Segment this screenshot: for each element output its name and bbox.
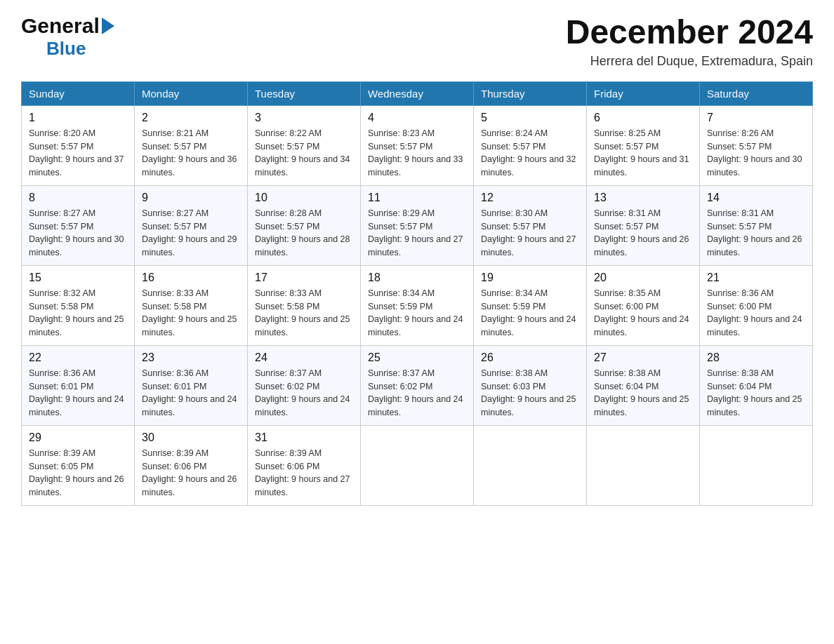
day-of-week-header: Tuesday xyxy=(248,81,361,105)
day-info: Sunrise: 8:33 AM Sunset: 5:58 PM Dayligh… xyxy=(142,287,240,340)
calendar-day-cell: 9 Sunrise: 8:27 AM Sunset: 5:57 PM Dayli… xyxy=(135,185,248,265)
calendar-week-row: 15 Sunrise: 8:32 AM Sunset: 5:58 PM Dayl… xyxy=(22,265,813,345)
day-number: 25 xyxy=(368,351,466,364)
day-number: 29 xyxy=(29,431,127,444)
calendar-day-cell: 20 Sunrise: 8:35 AM Sunset: 6:00 PM Dayl… xyxy=(587,265,700,345)
calendar-day-cell: 1 Sunrise: 8:20 AM Sunset: 5:57 PM Dayli… xyxy=(22,105,135,185)
calendar-day-cell: 17 Sunrise: 8:33 AM Sunset: 5:58 PM Dayl… xyxy=(248,265,361,345)
calendar-day-cell xyxy=(361,425,474,505)
day-info: Sunrise: 8:39 AM Sunset: 6:06 PM Dayligh… xyxy=(142,447,240,499)
calendar-day-cell: 14 Sunrise: 8:31 AM Sunset: 5:57 PM Dayl… xyxy=(700,185,813,265)
day-info: Sunrise: 8:26 AM Sunset: 5:57 PM Dayligh… xyxy=(707,127,805,180)
calendar-day-cell xyxy=(700,425,813,505)
day-number: 31 xyxy=(255,431,353,444)
calendar-day-cell: 30 Sunrise: 8:39 AM Sunset: 6:06 PM Dayl… xyxy=(135,425,248,505)
day-info: Sunrise: 8:21 AM Sunset: 5:57 PM Dayligh… xyxy=(142,127,240,180)
day-info: Sunrise: 8:31 AM Sunset: 5:57 PM Dayligh… xyxy=(594,207,692,260)
day-info: Sunrise: 8:39 AM Sunset: 6:05 PM Dayligh… xyxy=(29,447,127,499)
calendar-day-cell: 29 Sunrise: 8:39 AM Sunset: 6:05 PM Dayl… xyxy=(22,425,135,505)
calendar-day-cell: 4 Sunrise: 8:23 AM Sunset: 5:57 PM Dayli… xyxy=(361,105,474,185)
day-info: Sunrise: 8:36 AM Sunset: 6:00 PM Dayligh… xyxy=(707,287,805,340)
logo-blue-text: Blue xyxy=(46,38,86,59)
calendar-day-cell xyxy=(587,425,700,505)
calendar-day-cell: 5 Sunrise: 8:24 AM Sunset: 5:57 PM Dayli… xyxy=(474,105,587,185)
day-number: 22 xyxy=(29,351,127,364)
calendar-day-cell: 21 Sunrise: 8:36 AM Sunset: 6:00 PM Dayl… xyxy=(700,265,813,345)
day-number: 20 xyxy=(594,271,692,284)
day-of-week-header: Thursday xyxy=(474,81,587,105)
day-info: Sunrise: 8:25 AM Sunset: 5:57 PM Dayligh… xyxy=(594,127,692,180)
day-number: 3 xyxy=(255,112,353,124)
calendar-day-cell: 23 Sunrise: 8:36 AM Sunset: 6:01 PM Dayl… xyxy=(135,345,248,425)
day-number: 16 xyxy=(142,271,240,284)
day-number: 1 xyxy=(29,112,127,124)
day-number: 14 xyxy=(707,192,805,204)
month-title: December 2024 xyxy=(566,14,813,51)
day-info: Sunrise: 8:35 AM Sunset: 6:00 PM Dayligh… xyxy=(594,287,692,340)
day-of-week-header: Wednesday xyxy=(361,81,474,105)
calendar-day-cell: 3 Sunrise: 8:22 AM Sunset: 5:57 PM Dayli… xyxy=(248,105,361,185)
calendar-day-cell: 26 Sunrise: 8:38 AM Sunset: 6:03 PM Dayl… xyxy=(474,345,587,425)
day-info: Sunrise: 8:33 AM Sunset: 5:58 PM Dayligh… xyxy=(255,287,353,340)
day-info: Sunrise: 8:34 AM Sunset: 5:59 PM Dayligh… xyxy=(481,287,579,340)
calendar-week-row: 1 Sunrise: 8:20 AM Sunset: 5:57 PM Dayli… xyxy=(22,105,813,185)
calendar-week-row: 22 Sunrise: 8:36 AM Sunset: 6:01 PM Dayl… xyxy=(22,345,813,425)
calendar-day-cell: 8 Sunrise: 8:27 AM Sunset: 5:57 PM Dayli… xyxy=(22,185,135,265)
calendar-day-cell: 18 Sunrise: 8:34 AM Sunset: 5:59 PM Dayl… xyxy=(361,265,474,345)
day-info: Sunrise: 8:24 AM Sunset: 5:57 PM Dayligh… xyxy=(481,127,579,180)
title-section: December 2024 Herrera del Duque, Extrema… xyxy=(566,14,813,69)
calendar-day-cell: 6 Sunrise: 8:25 AM Sunset: 5:57 PM Dayli… xyxy=(587,105,700,185)
day-info: Sunrise: 8:36 AM Sunset: 6:01 PM Dayligh… xyxy=(29,367,127,420)
calendar-week-row: 8 Sunrise: 8:27 AM Sunset: 5:57 PM Dayli… xyxy=(22,185,813,265)
logo-general-text: General xyxy=(21,14,100,38)
calendar-day-cell: 11 Sunrise: 8:29 AM Sunset: 5:57 PM Dayl… xyxy=(361,185,474,265)
day-info: Sunrise: 8:22 AM Sunset: 5:57 PM Dayligh… xyxy=(255,127,353,180)
calendar-day-cell: 16 Sunrise: 8:33 AM Sunset: 5:58 PM Dayl… xyxy=(135,265,248,345)
day-info: Sunrise: 8:34 AM Sunset: 5:59 PM Dayligh… xyxy=(368,287,466,340)
day-info: Sunrise: 8:23 AM Sunset: 5:57 PM Dayligh… xyxy=(368,127,466,180)
day-number: 13 xyxy=(594,192,692,204)
day-info: Sunrise: 8:32 AM Sunset: 5:58 PM Dayligh… xyxy=(29,287,127,340)
day-of-week-header: Sunday xyxy=(22,81,135,105)
day-number: 26 xyxy=(481,351,579,364)
day-of-week-header: Saturday xyxy=(700,81,813,105)
calendar-day-cell: 31 Sunrise: 8:39 AM Sunset: 6:06 PM Dayl… xyxy=(248,425,361,505)
day-number: 2 xyxy=(142,112,240,124)
calendar-day-cell: 10 Sunrise: 8:28 AM Sunset: 5:57 PM Dayl… xyxy=(248,185,361,265)
day-info: Sunrise: 8:38 AM Sunset: 6:04 PM Dayligh… xyxy=(707,367,805,420)
day-number: 15 xyxy=(29,271,127,284)
day-info: Sunrise: 8:31 AM Sunset: 5:57 PM Dayligh… xyxy=(707,207,805,260)
day-number: 12 xyxy=(481,192,579,204)
calendar-day-cell: 24 Sunrise: 8:37 AM Sunset: 6:02 PM Dayl… xyxy=(248,345,361,425)
day-info: Sunrise: 8:38 AM Sunset: 6:03 PM Dayligh… xyxy=(481,367,579,420)
logo-arrow-icon xyxy=(102,18,114,34)
day-number: 21 xyxy=(707,271,805,284)
calendar-day-cell: 13 Sunrise: 8:31 AM Sunset: 5:57 PM Dayl… xyxy=(587,185,700,265)
calendar-day-cell xyxy=(474,425,587,505)
calendar-header-row: SundayMondayTuesdayWednesdayThursdayFrid… xyxy=(22,81,813,105)
day-number: 24 xyxy=(255,351,353,364)
location: Herrera del Duque, Extremadura, Spain xyxy=(566,54,813,69)
calendar-day-cell: 25 Sunrise: 8:37 AM Sunset: 6:02 PM Dayl… xyxy=(361,345,474,425)
day-info: Sunrise: 8:28 AM Sunset: 5:57 PM Dayligh… xyxy=(255,207,353,260)
calendar-week-row: 29 Sunrise: 8:39 AM Sunset: 6:05 PM Dayl… xyxy=(22,425,813,505)
day-number: 8 xyxy=(29,192,127,204)
calendar-day-cell: 12 Sunrise: 8:30 AM Sunset: 5:57 PM Dayl… xyxy=(474,185,587,265)
calendar-table: SundayMondayTuesdayWednesdayThursdayFrid… xyxy=(21,81,813,506)
day-number: 30 xyxy=(142,431,240,444)
day-number: 11 xyxy=(368,192,466,204)
day-info: Sunrise: 8:37 AM Sunset: 6:02 PM Dayligh… xyxy=(255,367,353,420)
calendar-day-cell: 15 Sunrise: 8:32 AM Sunset: 5:58 PM Dayl… xyxy=(22,265,135,345)
day-number: 9 xyxy=(142,192,240,204)
calendar-day-cell: 27 Sunrise: 8:38 AM Sunset: 6:04 PM Dayl… xyxy=(587,345,700,425)
day-info: Sunrise: 8:20 AM Sunset: 5:57 PM Dayligh… xyxy=(29,127,127,180)
calendar-day-cell: 19 Sunrise: 8:34 AM Sunset: 5:59 PM Dayl… xyxy=(474,265,587,345)
calendar-day-cell: 28 Sunrise: 8:38 AM Sunset: 6:04 PM Dayl… xyxy=(700,345,813,425)
calendar-day-cell: 22 Sunrise: 8:36 AM Sunset: 6:01 PM Dayl… xyxy=(22,345,135,425)
day-number: 19 xyxy=(481,271,579,284)
day-info: Sunrise: 8:38 AM Sunset: 6:04 PM Dayligh… xyxy=(594,367,692,420)
day-info: Sunrise: 8:39 AM Sunset: 6:06 PM Dayligh… xyxy=(255,447,353,499)
day-number: 5 xyxy=(481,112,579,124)
page-header: General Blue December 2024 Herrera del D… xyxy=(21,14,813,69)
day-number: 10 xyxy=(255,192,353,204)
